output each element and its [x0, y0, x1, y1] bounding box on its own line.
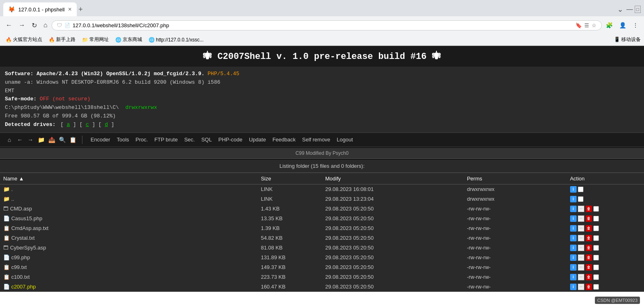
file-link[interactable]: CMD.asp	[10, 206, 32, 212]
address-bar[interactable]: 🛡 📄 127.0.0.1/webshell/138shell/C/c2007.…	[52, 20, 602, 30]
bookmark-newbie[interactable]: 🔥 新手上路	[46, 35, 78, 44]
php-link[interactable]: PHP/5.4.45	[207, 71, 239, 77]
file-link[interactable]: c99.php	[11, 254, 30, 260]
info-icon[interactable]: i	[570, 274, 577, 280]
back-toolbar-icon[interactable]: ←	[15, 135, 24, 144]
home-button[interactable]: ⌂	[41, 20, 50, 30]
file-link[interactable]: CyberSpy5.asp	[10, 245, 46, 251]
file-link[interactable]: CmdAsp.asp.txt	[11, 225, 49, 231]
folder-toolbar-icon[interactable]: 📁	[37, 135, 45, 144]
nav-sql[interactable]: SQL	[201, 137, 212, 143]
file-link[interactable]: Casus15.php	[11, 215, 43, 221]
edit-icon[interactable]: ✏	[578, 206, 584, 212]
delete-icon[interactable]: 🗑	[586, 254, 592, 261]
settings-icon[interactable]: ⋮	[630, 20, 641, 30]
back-button[interactable]: ←	[3, 20, 15, 30]
file-link[interactable]: c2007.php	[11, 284, 36, 290]
delete-icon[interactable]: 🗑	[586, 274, 592, 280]
nav-ftpbrute[interactable]: FTP brute	[154, 137, 178, 143]
col-header-modify[interactable]: Modify	[322, 173, 464, 184]
edit-icon[interactable]: ✏	[578, 254, 584, 261]
delete-icon[interactable]: 🗑	[586, 245, 592, 251]
info-icon[interactable]: i	[570, 206, 577, 212]
drive-a[interactable]: a	[67, 121, 70, 128]
minimize-button[interactable]: —	[627, 6, 633, 13]
delete-icon[interactable]: 🗑	[586, 284, 592, 290]
select-checkbox[interactable]	[593, 255, 599, 260]
edit-icon[interactable]: ✏	[578, 274, 584, 280]
info-icon[interactable]: i	[570, 284, 577, 290]
edit-icon[interactable]: ✏	[578, 284, 584, 290]
delete-icon[interactable]: 🗑	[586, 215, 592, 222]
nav-proc[interactable]: Proc.	[136, 137, 148, 143]
select-checkbox[interactable]	[593, 226, 599, 231]
forward-toolbar-icon[interactable]: →	[26, 135, 35, 144]
file-link[interactable]: c99.txt	[11, 264, 27, 270]
maximize-button[interactable]: □	[635, 6, 641, 13]
delete-icon[interactable]: 🗑	[586, 206, 592, 212]
drive-d[interactable]: d	[105, 121, 108, 128]
info-icon[interactable]: i	[570, 235, 577, 241]
edit-icon[interactable]: ✏	[578, 235, 584, 241]
delete-icon[interactable]: 🗑	[586, 264, 592, 271]
url-input[interactable]: 127.0.0.1/webshell/138shell/C/c2007.php	[73, 22, 573, 28]
select-checkbox[interactable]	[578, 187, 583, 192]
forward-button[interactable]: →	[16, 20, 28, 30]
info-icon[interactable]: i	[570, 215, 577, 222]
select-checkbox[interactable]	[593, 216, 599, 221]
col-header-name[interactable]: Name ▲	[0, 173, 257, 184]
select-checkbox[interactable]	[593, 235, 599, 241]
info-icon[interactable]: i	[570, 196, 577, 202]
nav-tools[interactable]: Tools	[117, 137, 129, 143]
tab-close-button[interactable]: ✕	[68, 7, 72, 12]
select-checkbox[interactable]	[593, 265, 599, 270]
nav-encoder[interactable]: Encoder	[91, 137, 110, 143]
select-checkbox[interactable]	[578, 196, 583, 202]
tab-dropdown-icon[interactable]: ⌄	[617, 5, 623, 14]
nav-logout[interactable]: Logout	[337, 137, 353, 143]
home-toolbar-icon[interactable]: ⌂	[5, 135, 14, 144]
new-tab-button[interactable]: +	[78, 5, 83, 14]
edit-icon[interactable]: ✏	[578, 245, 584, 251]
edit-icon[interactable]: ✏	[578, 225, 584, 232]
bookmark-jd[interactable]: 🌐 京东商城	[113, 35, 145, 44]
nav-sec[interactable]: Sec.	[184, 137, 195, 143]
paste-toolbar-icon[interactable]: 📋	[68, 135, 77, 144]
extension-icon[interactable]: 🧩	[603, 20, 615, 30]
profile-icon[interactable]: 👤	[617, 20, 629, 30]
bookmark-xss[interactable]: 🌐 http://127.0.0.1/xssc...	[146, 36, 206, 43]
file-link[interactable]: ..	[11, 196, 14, 202]
file-link[interactable]: c100.txt	[11, 274, 30, 280]
select-checkbox[interactable]	[593, 245, 599, 251]
bookmark-common[interactable]: 📁 常用网址	[80, 35, 111, 44]
delete-icon[interactable]: 🗑	[586, 235, 592, 241]
search-toolbar-icon[interactable]: 🔍	[58, 135, 67, 144]
file-link[interactable]: Crystal.txt	[11, 235, 35, 241]
bookmark-firefox[interactable]: 🔥 火狐官方站点	[3, 35, 45, 44]
select-checkbox[interactable]	[593, 274, 599, 280]
select-checkbox[interactable]	[593, 206, 599, 212]
edit-icon[interactable]: ✏	[578, 215, 584, 222]
info-icon[interactable]: i	[570, 254, 577, 261]
col-header-perms[interactable]: Perms	[464, 173, 567, 184]
info-icon[interactable]: i	[570, 186, 577, 193]
nav-phpcode[interactable]: PHP-code	[218, 137, 242, 143]
nav-feedback[interactable]: Feedback	[272, 137, 296, 143]
edit-icon[interactable]: ✏	[578, 264, 584, 271]
reader-icon[interactable]: ☰	[584, 22, 589, 28]
file-link[interactable]: .	[11, 186, 13, 192]
col-header-size[interactable]: Size	[257, 173, 322, 184]
info-icon[interactable]: i	[570, 245, 577, 251]
upload-toolbar-icon[interactable]: 📤	[47, 135, 56, 144]
info-icon[interactable]: i	[570, 225, 577, 232]
drive-c[interactable]: c	[86, 121, 89, 128]
select-checkbox[interactable]	[593, 284, 599, 290]
nav-selfremove[interactable]: Self remove	[302, 137, 330, 143]
info-icon[interactable]: i	[570, 264, 577, 271]
refresh-button[interactable]: ↻	[29, 20, 39, 31]
bookmark-icon[interactable]: 🔖	[575, 22, 582, 28]
active-tab[interactable]: 🦊 127.0.0.1 - phpshell ✕	[3, 2, 77, 16]
delete-icon[interactable]: 🗑	[586, 225, 592, 232]
star-icon[interactable]: ☆	[592, 22, 596, 28]
nav-update[interactable]: Update	[249, 137, 266, 143]
